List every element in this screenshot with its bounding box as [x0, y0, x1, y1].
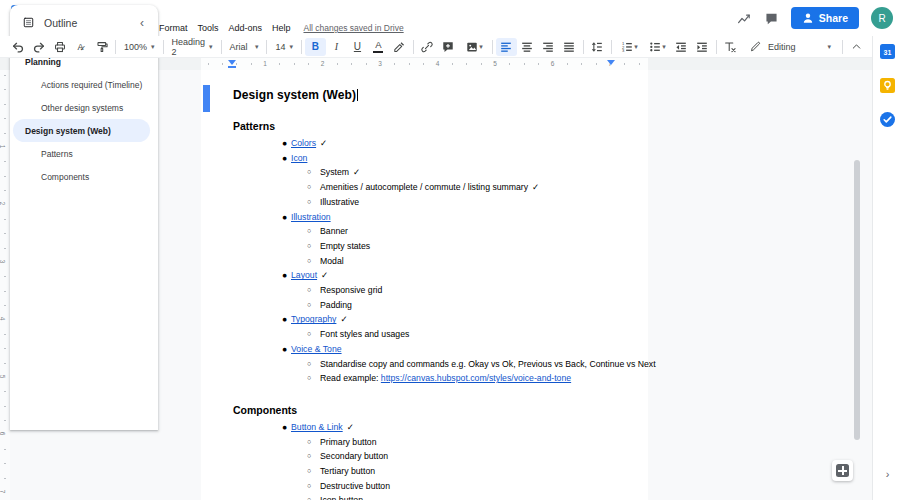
insert-image-button[interactable]: ▾ [459, 38, 489, 56]
saved-status[interactable]: All changes saved in Drive [303, 23, 403, 33]
outline-item-design-system-web[interactable]: Design system (Web) [13, 119, 150, 142]
bulleted-list-button[interactable]: ▾ [643, 38, 671, 56]
clear-formatting-button[interactable] [720, 38, 741, 56]
bold-button[interactable]: B [305, 38, 326, 56]
underline-button[interactable]: U [347, 38, 368, 56]
line-spacing-button[interactable] [587, 38, 608, 56]
list-item[interactable]: ○Banner [233, 224, 622, 239]
list-item[interactable]: ●Typography✓ [233, 312, 622, 327]
print-button[interactable] [49, 38, 70, 56]
calendar-icon[interactable]: 31 [880, 44, 895, 59]
doc-link-https-canvas-hubspot-com-styles-voice-and-tone[interactable]: https://canvas.hubspot.com/styles/voice-… [381, 373, 571, 383]
decrease-indent-button[interactable] [671, 38, 692, 56]
document-heading[interactable]: Design system (Web) [233, 88, 622, 102]
font-size-select[interactable]: 14▾ [270, 38, 298, 56]
editing-mode-select[interactable]: Editing ▾ [741, 38, 839, 56]
font-select[interactable]: Arial▾ [225, 38, 264, 56]
align-center-button[interactable] [517, 38, 538, 56]
ruler-tick [481, 63, 482, 65]
doc-link-colors[interactable]: Colors [291, 138, 316, 148]
list-item[interactable]: ○Padding [233, 298, 622, 313]
menu-add-ons[interactable]: Add-ons [223, 21, 267, 35]
list-item[interactable]: ○Responsive grid [233, 283, 622, 298]
ruler-tick [423, 63, 424, 65]
styles-select[interactable]: Heading 2▾ [167, 38, 218, 56]
list-item[interactable]: ○Primary button [233, 435, 622, 450]
document-page[interactable]: Design system (Web) Patterns●Colors✓●Ico… [201, 70, 648, 500]
explore-button[interactable] [832, 460, 853, 481]
menu-tools[interactable]: Tools [192, 21, 223, 35]
list-item[interactable]: ○Modal [233, 254, 622, 269]
left-indent-marker[interactable] [228, 60, 236, 65]
right-indent-marker[interactable] [607, 60, 615, 65]
current-heading-indicator [203, 85, 210, 112]
list-item[interactable]: ●Button & Link✓ [233, 420, 622, 435]
zoom-select[interactable]: 100%▾ [119, 38, 160, 56]
italic-button[interactable]: I [326, 38, 347, 56]
list-item[interactable]: ●Voice & Tone [233, 342, 622, 357]
toolbar: A✓ 100%▾ Heading 2▾ Arial▾ 14▾ B I U A ▾… [0, 36, 872, 58]
list-item[interactable]: ○Icon button [233, 493, 622, 500]
increase-indent-button[interactable] [692, 38, 713, 56]
menu-format[interactable]: Format [154, 21, 193, 35]
numbered-list-button[interactable]: 123▾ [615, 38, 643, 56]
share-button[interactable]: Share [791, 7, 859, 29]
outline-item-components[interactable]: Components [13, 165, 150, 188]
tasks-icon[interactable] [880, 112, 895, 127]
comments-icon[interactable] [764, 11, 779, 26]
list-item[interactable]: ○Illustrative [233, 195, 622, 210]
list-item[interactable]: ○Font styles and usages [233, 327, 622, 342]
outline-item-actions-required-timeline[interactable]: Actions required (Timeline) [13, 73, 150, 96]
list-item[interactable]: ○Read example: https://canvas.hubspot.co… [233, 371, 622, 386]
spellcheck-button[interactable]: A✓ [70, 38, 91, 56]
highlight-color-button[interactable] [389, 38, 410, 56]
doc-link-voice-tone[interactable]: Voice & Tone [291, 344, 342, 354]
insert-link-button[interactable] [417, 38, 438, 56]
toolbar-separator [492, 40, 493, 54]
ruler-tick [4, 233, 6, 234]
list-item[interactable]: ○Standardise copy and commands e.g. Okay… [233, 357, 622, 372]
undo-button[interactable] [7, 38, 28, 56]
bullet-icon: ○ [307, 435, 311, 450]
list-item[interactable]: ○Secondary button [233, 449, 622, 464]
list-item[interactable]: ○System✓ [233, 165, 622, 180]
align-justify-button[interactable] [559, 38, 580, 56]
doc-link-button-link[interactable]: Button & Link [291, 422, 343, 432]
list-item[interactable]: ○Tertiary button [233, 464, 622, 479]
svg-text:3: 3 [622, 47, 625, 52]
doc-link-layout[interactable]: Layout [291, 270, 317, 280]
toolbar-separator [221, 40, 222, 54]
text-color-button[interactable]: A [368, 38, 389, 56]
share-person-icon [802, 12, 814, 24]
first-line-indent-marker[interactable] [228, 66, 236, 68]
bullet-icon: ○ [307, 327, 311, 342]
close-outline-icon[interactable]: ‹ [138, 16, 146, 30]
account-avatar[interactable]: R [871, 7, 893, 29]
ruler-number: 3 [0, 260, 6, 264]
list-item[interactable]: ●Icon [233, 151, 622, 166]
section-title-components[interactable]: Components [233, 404, 622, 417]
section-title-patterns[interactable]: Patterns [233, 120, 622, 133]
keep-icon[interactable] [880, 78, 895, 93]
list-item[interactable]: ●Layout✓ [233, 268, 622, 283]
paint-format-button[interactable] [91, 38, 112, 56]
outline-item-other-design-systems[interactable]: Other design systems [13, 96, 150, 119]
align-left-button[interactable] [496, 38, 517, 56]
insights-icon[interactable] [736, 10, 752, 26]
list-item[interactable]: ○Destructive button [233, 479, 622, 494]
doc-link-icon[interactable]: Icon [291, 153, 307, 163]
list-item[interactable]: ●Illustration [233, 210, 622, 225]
list-item[interactable]: ●Colors✓ [233, 136, 622, 151]
align-right-button[interactable] [538, 38, 559, 56]
outline-item-patterns[interactable]: Patterns [13, 142, 150, 165]
redo-button[interactable] [28, 38, 49, 56]
doc-link-illustration[interactable]: Illustration [291, 212, 331, 222]
vertical-scrollbar[interactable] [854, 160, 860, 440]
menu-help[interactable]: Help [267, 21, 296, 35]
list-item[interactable]: ○Amenities / autocomplete / commute / li… [233, 180, 622, 195]
doc-link-typography[interactable]: Typography [291, 314, 336, 324]
insert-comment-button[interactable] [438, 38, 459, 56]
hide-menus-button[interactable] [846, 38, 867, 56]
list-item[interactable]: ○Empty states [233, 239, 622, 254]
show-side-panel-icon[interactable]: › [886, 468, 890, 480]
